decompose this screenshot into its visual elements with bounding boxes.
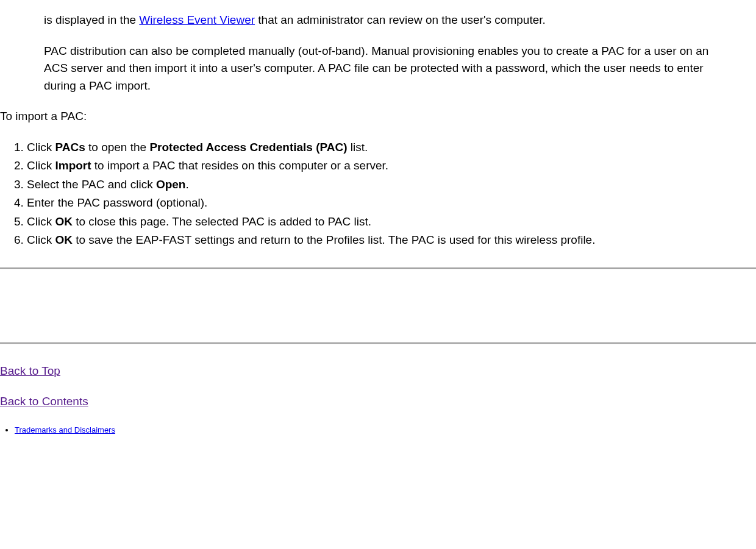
to-import-intro: To import a PAC: xyxy=(0,108,756,126)
step-2-post: to import a PAC that resides on this com… xyxy=(91,159,389,172)
step-5: Click OK to close this page. The selecte… xyxy=(27,213,732,231)
step-5-post: to close this page. The selected PAC is … xyxy=(73,215,371,228)
import-steps-list: Click PACs to open the Protected Access … xyxy=(0,139,756,249)
back-to-top-link[interactable]: Back to Top xyxy=(0,364,60,377)
step-6-post: to save the EAP-FAST settings and return… xyxy=(73,233,596,246)
step-1-bold1: PACs xyxy=(55,141,85,154)
step-3: Select the PAC and click Open. xyxy=(27,176,732,194)
paragraph-displayed: is displayed in the Wireless Event Viewe… xyxy=(44,12,732,29)
step-1: Click PACs to open the Protected Access … xyxy=(27,139,732,157)
para1-text-post: that an administrator can review on the … xyxy=(255,13,546,26)
step-5-bold: OK xyxy=(55,215,73,228)
step-2: Click Import to import a PAC that reside… xyxy=(27,157,732,175)
step-6-pre: Click xyxy=(27,233,55,246)
step-4: Enter the PAC password (optional). xyxy=(27,194,732,212)
step-5-pre: Click xyxy=(27,215,55,228)
paragraph-pac-distribution: PAC distribution can also be completed m… xyxy=(44,43,732,95)
wireless-event-viewer-link[interactable]: Wireless Event Viewer xyxy=(139,13,255,26)
step-3-pre: Select the PAC and click xyxy=(27,178,156,191)
step-1-post: list. xyxy=(348,141,368,154)
step-6-bold: OK xyxy=(55,233,73,246)
step-1-pre: Click xyxy=(27,141,55,154)
step-2-pre: Click xyxy=(27,159,55,172)
trademark-list: Trademarks and Disclaimers xyxy=(0,424,756,436)
trademark-item: Trademarks and Disclaimers xyxy=(15,424,756,436)
step-1-mid: to open the xyxy=(85,141,150,154)
divider-2 xyxy=(0,342,756,344)
step-3-post: . xyxy=(185,178,188,191)
step-1-bold2: Protected Access Credentials (PAC) xyxy=(149,141,347,154)
back-to-contents-link[interactable]: Back to Contents xyxy=(0,395,88,408)
step-2-bold: Import xyxy=(55,159,91,172)
step-6: Click OK to save the EAP-FAST settings a… xyxy=(27,232,732,249)
trademarks-link[interactable]: Trademarks and Disclaimers xyxy=(15,425,115,434)
para1-text-pre: is displayed in the xyxy=(44,13,139,26)
spacer xyxy=(0,288,756,324)
divider-1 xyxy=(0,267,756,269)
step-3-bold: Open xyxy=(156,178,186,191)
